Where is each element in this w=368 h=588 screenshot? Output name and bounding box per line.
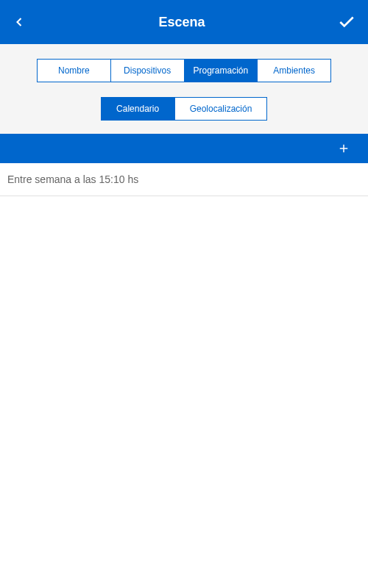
tabs-container: Nombre Dispositivos Programación Ambient… (0, 44, 368, 90)
subtab-geolocalizacion[interactable]: Geolocalización (175, 98, 267, 120)
tab-dispositivos[interactable]: Dispositivos (111, 60, 185, 82)
schedule-item[interactable]: Entre semana a las 15:10 hs (0, 163, 368, 196)
subtab-calendario[interactable]: Calendario (102, 98, 175, 120)
tab-programacion[interactable]: Programación (185, 60, 258, 82)
add-schedule-button[interactable] (337, 142, 350, 155)
chevron-left-icon (12, 15, 26, 29)
schedule-list: Entre semana a las 15:10 hs (0, 163, 368, 588)
page-title: Escena (158, 15, 205, 30)
tab-ambientes[interactable]: Ambientes (258, 60, 330, 82)
plus-icon (337, 142, 350, 155)
tab-nombre[interactable]: Nombre (38, 60, 111, 82)
check-icon (337, 12, 356, 32)
sub-tabs: Calendario Geolocalización (101, 97, 268, 121)
confirm-button[interactable] (337, 12, 356, 32)
main-tabs: Nombre Dispositivos Programación Ambient… (37, 59, 331, 82)
back-button[interactable] (12, 15, 26, 29)
action-bar (0, 134, 368, 163)
subtabs-container: Calendario Geolocalización (0, 90, 368, 134)
app-header: Escena (0, 0, 368, 44)
